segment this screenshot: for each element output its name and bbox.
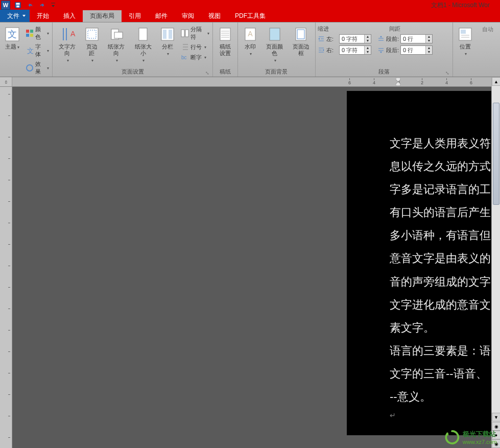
group-page-setup: A 文字方向 页边距 纸张方向 纸张大小 分栏 <box>53 22 213 77</box>
document-text-line[interactable]: 息以传之久远的方式 <box>390 155 500 178</box>
group-paper: 稿纸设置 稿纸 <box>213 22 238 77</box>
spacing-before-label: 段前: <box>386 35 399 43</box>
word-icon: W <box>1 1 10 10</box>
line-numbers-button[interactable]: 行号 <box>180 42 210 52</box>
document-text-line[interactable]: --意义。 <box>390 385 500 408</box>
document-text-line[interactable]: 音的声旁组成的文字 <box>390 270 500 293</box>
indent-left-input[interactable]: 0 字符▲▼ <box>339 34 371 43</box>
spinner-down[interactable]: ▼ <box>426 39 432 43</box>
qat-more-button[interactable] <box>50 1 56 10</box>
tab-file[interactable]: 文件 <box>0 10 30 22</box>
watermark-button[interactable]: A 水印 <box>240 25 260 58</box>
spacing-after-input[interactable]: 0 行▲▼ <box>400 45 433 55</box>
document-text-line[interactable]: ↵ <box>390 408 500 423</box>
spinner-up[interactable]: ▲ <box>426 46 432 50</box>
scroll-thumb[interactable] <box>493 103 499 205</box>
ruler-tick-area: 64224681012141618 <box>12 77 500 86</box>
document-text-line[interactable]: 语言的三要素是：语 <box>390 339 500 362</box>
document-text-line[interactable]: 意音文字是由表义的 <box>390 247 500 270</box>
size-button[interactable]: 纸张大小 <box>131 25 155 65</box>
document-area: 文字是人类用表义符息以传之久远的方式字多是记录语言的工有口头的语言后产生多小语种… <box>0 87 500 448</box>
page-border-label: 页面边框 <box>293 43 309 56</box>
tab-mail[interactable]: 邮件 <box>148 10 175 22</box>
tab-home[interactable]: 开始 <box>30 10 56 22</box>
first-line-indent-marker[interactable] <box>396 78 400 86</box>
document-page[interactable]: 文字是人类用表义符息以传之久远的方式字多是记录语言的工有口头的语言后产生多小语种… <box>347 91 500 435</box>
tab-insert[interactable]: 插入 <box>56 10 83 22</box>
ruler-tick: 6 <box>348 78 351 85</box>
document-text-line[interactable]: 文字的三音--语音、 <box>390 362 500 385</box>
ruler-v-mark <box>8 330 10 331</box>
theme-colors-button[interactable]: 颜色 <box>25 25 50 41</box>
size-icon <box>135 26 151 42</box>
ruler-tick: 2 <box>421 78 423 85</box>
tab-page-layout[interactable]: 页面布局 <box>83 10 122 22</box>
svg-text:文: 文 <box>8 29 17 39</box>
tab-review[interactable]: 审阅 <box>175 10 201 22</box>
theme-button[interactable]: 文 主题 <box>2 25 22 52</box>
document-text-line[interactable]: 素文字。 <box>390 316 500 339</box>
size-label: 纸张大小 <box>135 43 152 56</box>
document-text-line[interactable]: 文字进化成的意音文 <box>390 293 500 316</box>
svg-point-11 <box>27 65 33 71</box>
ribbon-tabs: 文件 开始 插入 页面布局 引用 邮件 审阅 视图 PDF工具集 <box>0 10 500 22</box>
group-arrange-label <box>455 75 498 77</box>
orientation-icon <box>108 26 125 42</box>
indent-right-input[interactable]: 0 字符▲▼ <box>339 45 371 55</box>
fonts-icon: 文 <box>26 46 34 55</box>
spinner-up[interactable]: ▲ <box>426 35 432 39</box>
auto-label: 自动 <box>482 26 493 33</box>
ruler-v-mark <box>8 94 10 95</box>
spinner-down[interactable]: ▼ <box>426 50 432 54</box>
fonts-label: 字体 <box>35 43 44 58</box>
page-border-button[interactable]: 页面边框 <box>289 25 313 58</box>
columns-icon <box>159 26 176 42</box>
columns-button[interactable]: 分栏 <box>157 25 178 58</box>
tab-pdf-tools[interactable]: PDF工具集 <box>228 10 273 22</box>
spinner-down[interactable]: ▼ <box>365 39 371 43</box>
margins-button[interactable]: 页边距 <box>82 25 102 65</box>
page-color-button[interactable]: 页面颜色 <box>263 25 287 65</box>
spinner-up[interactable]: ▲ <box>365 46 371 50</box>
document-text-line[interactable]: 有口头的语言后产生 <box>390 201 500 224</box>
svg-text:A: A <box>248 30 253 38</box>
position-button[interactable]: 位置 <box>455 25 475 58</box>
redo-button[interactable] <box>38 1 47 10</box>
document-text-line[interactable]: 文字是人类用表义符 <box>390 132 500 155</box>
tab-view[interactable]: 视图 <box>201 10 228 22</box>
document-text-line[interactable]: 字多是记录语言的工 <box>390 178 500 201</box>
theme-fonts-button[interactable]: 文 字体 <box>25 42 50 59</box>
orientation-button[interactable]: 纸张方向 <box>104 25 129 65</box>
dropdown-icon <box>167 52 169 56</box>
ruler-vertical[interactable] <box>0 87 12 448</box>
undo-button[interactable] <box>26 1 35 10</box>
group-para-label[interactable]: 段落 <box>318 67 450 77</box>
ruler-corner[interactable]: ▯ <box>0 77 12 87</box>
ruler-horizontal[interactable]: ▯ 64224681012141618 <box>0 77 500 87</box>
group-page-setup-label[interactable]: 页面设置 <box>55 67 210 77</box>
breaks-button[interactable]: 分隔符 <box>180 25 210 41</box>
spacing-before-input[interactable]: 0 行▲▼ <box>400 34 433 43</box>
tab-references[interactable]: 引用 <box>122 10 148 22</box>
theme-effects-button[interactable]: 效果 <box>25 60 50 76</box>
save-button[interactable] <box>13 1 22 10</box>
ruler-v-mark <box>8 201 10 202</box>
document-text-line[interactable]: 多小语种，有语言但 <box>390 224 500 247</box>
spacing-title: 间距 <box>389 25 450 34</box>
text-direction-button[interactable]: A 文字方向 <box>55 25 79 65</box>
watermark-icon: A <box>242 26 258 42</box>
svg-rect-1 <box>16 3 20 5</box>
scroll-up-button[interactable]: ▲ <box>492 77 500 86</box>
vertical-scrollbar[interactable]: ▲ ▼ ◉ ● ◉ <box>491 77 500 448</box>
ruler-v-mark <box>8 244 10 245</box>
spinner-down[interactable]: ▼ <box>365 50 371 54</box>
svg-rect-21 <box>163 30 166 39</box>
spinner-up[interactable]: ▲ <box>365 35 371 39</box>
line-numbers-icon <box>181 43 189 51</box>
document-canvas[interactable]: 文字是人类用表义符息以传之久远的方式字多是记录语言的工有口头的语言后产生多小语种… <box>12 87 500 448</box>
auto-button[interactable]: 自动 <box>478 25 498 34</box>
ruler-v-mark <box>8 416 10 416</box>
hyphenation-button[interactable]: bc 断字 <box>180 53 210 62</box>
paper-setting-button[interactable]: 稿纸设置 <box>215 25 235 58</box>
scroll-down-button[interactable]: ▼ <box>492 413 500 421</box>
